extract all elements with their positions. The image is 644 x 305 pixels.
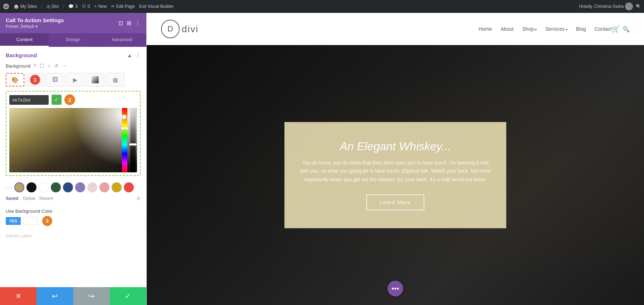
swatch-more-dots[interactable]: ⋯ bbox=[6, 184, 12, 191]
color-hex-input[interactable] bbox=[9, 95, 49, 105]
nav-shop[interactable]: Shop bbox=[522, 26, 537, 32]
divi-link[interactable]: ◎ Divi bbox=[47, 4, 59, 9]
preset-chevron-icon: ▾ bbox=[35, 24, 38, 29]
swatch-tab-saved[interactable]: Saved bbox=[6, 196, 18, 201]
exit-builder-link[interactable]: Exit Visual Builder bbox=[139, 4, 174, 9]
swatch-row: ⋯ bbox=[0, 180, 146, 195]
swatch-tab-global[interactable]: Global bbox=[23, 196, 35, 201]
hue-slider-thumb bbox=[121, 127, 128, 129]
swatch-purple[interactable] bbox=[75, 182, 85, 192]
swatch-white[interactable] bbox=[39, 182, 49, 192]
color-picker-area: ✓ 2 bbox=[6, 91, 141, 176]
bg-undo-icon[interactable]: ↺ bbox=[54, 63, 58, 69]
wp-logo-link[interactable]: W bbox=[3, 3, 9, 10]
my-sites-link[interactable]: 🏠 My Sites bbox=[14, 4, 37, 9]
background-section-header: Background ▲ ⋮ bbox=[0, 47, 146, 62]
swatch-golden[interactable] bbox=[14, 182, 24, 192]
edit-page-link[interactable]: ✏ Edit Page bbox=[111, 4, 135, 9]
bg-type-pattern-btn[interactable]: ▦ bbox=[106, 73, 125, 87]
bg-help-icon[interactable]: ? bbox=[33, 63, 36, 69]
use-background-color-section: Use Background Color YES 3 bbox=[0, 205, 146, 230]
swatch-gold[interactable] bbox=[112, 182, 122, 192]
user-link[interactable]: Howdy, Christina Gwira bbox=[579, 3, 633, 10]
swatch-blue[interactable] bbox=[63, 182, 73, 192]
panel-preset[interactable]: Preset: Default ▾ bbox=[6, 24, 64, 29]
section-more-icon[interactable]: ⋮ bbox=[135, 52, 141, 59]
badge-1: 1 bbox=[30, 75, 40, 85]
comment-count-link[interactable]: 🗨 0 bbox=[82, 4, 90, 9]
yes-toggle-row: YES 3 bbox=[6, 216, 141, 226]
swatch-pink-light[interactable] bbox=[87, 182, 97, 192]
color-input-row: ✓ 2 bbox=[9, 94, 137, 105]
cta-learn-more-button[interactable]: Learn More bbox=[366, 194, 425, 210]
cta-body-text: You do know, you do know that they don't… bbox=[299, 159, 492, 184]
background-label-row: Background ? ☐ ↕ ↺ ⋯ bbox=[0, 62, 146, 72]
gradient-canvas[interactable] bbox=[9, 108, 137, 172]
site-logo: D divi bbox=[161, 20, 199, 38]
nav-services[interactable]: Services bbox=[545, 26, 567, 32]
undo-button[interactable]: ↩ bbox=[36, 287, 73, 305]
wp-icon: W bbox=[3, 3, 9, 10]
bottom-action-bar: ✕ ↩ ↪ ✓ bbox=[0, 287, 146, 305]
gradient-canvas-container[interactable] bbox=[9, 108, 137, 172]
yes-button[interactable]: YES bbox=[6, 217, 21, 225]
swatch-tabs: Saved Global Recent ⚙ bbox=[0, 195, 146, 203]
nav-blog[interactable]: Blog bbox=[576, 26, 586, 32]
video-icon: ▶ bbox=[73, 77, 77, 83]
swatch-tab-recent[interactable]: Recent bbox=[39, 196, 53, 201]
nav-home[interactable]: Home bbox=[479, 26, 492, 32]
nav-contact[interactable]: Contact bbox=[595, 26, 612, 32]
swatch-settings-icon[interactable]: ⚙ bbox=[136, 196, 141, 201]
swatch-pink[interactable] bbox=[99, 182, 109, 192]
cancel-button[interactable]: ✕ bbox=[0, 287, 36, 305]
svg-text:W: W bbox=[5, 5, 8, 9]
hero-area: An Elegant Whiskey... You do know, you d… bbox=[147, 45, 644, 305]
swatch-green[interactable] bbox=[51, 182, 61, 192]
panel-body: Background ▲ ⋮ Background ? ☐ ↕ ↺ ⋯ bbox=[0, 47, 146, 287]
bg-options-icon[interactable]: ⋯ bbox=[62, 63, 67, 69]
tab-content[interactable]: Content bbox=[0, 33, 49, 47]
opacity-slider-thumb bbox=[129, 143, 137, 146]
floating-dots-button[interactable]: ••• bbox=[387, 281, 403, 296]
badge-2: 2 bbox=[64, 94, 75, 105]
redo-button[interactable]: ↪ bbox=[73, 287, 110, 305]
color-confirm-button[interactable]: ✓ bbox=[52, 95, 62, 105]
search-icon[interactable]: 🔍 bbox=[623, 26, 630, 33]
nav-links: Home About Shop Services Blog Contact bbox=[479, 26, 612, 32]
bg-label: Background bbox=[6, 63, 30, 69]
section-collapse-icon[interactable]: ▲ bbox=[127, 53, 132, 58]
toggle-box[interactable] bbox=[24, 217, 38, 225]
bg-type-gradient-btn[interactable] bbox=[86, 73, 104, 87]
bg-type-video-btn[interactable]: ▶ bbox=[66, 73, 84, 87]
logo-text: divi bbox=[182, 24, 199, 35]
panel-tabs: Content Design Advanced bbox=[0, 33, 146, 47]
section-title: Background bbox=[6, 52, 37, 58]
admin-search-link[interactable]: 🔍 bbox=[636, 4, 641, 9]
opacity-slider-track[interactable] bbox=[130, 108, 136, 172]
site-preview: D divi Home About Shop Services Blog Con… bbox=[147, 13, 644, 305]
cart-icon[interactable]: 🛒 bbox=[612, 25, 620, 33]
tab-advanced[interactable]: Advanced bbox=[98, 33, 146, 47]
bg-mobile-icon[interactable]: ☐ bbox=[40, 63, 44, 69]
bg-type-row: 🎨 1 🖼 ▶ ▦ bbox=[0, 72, 146, 91]
bg-type-color-btn[interactable]: 🎨 bbox=[6, 73, 24, 87]
swatch-black[interactable] bbox=[26, 182, 36, 192]
new-link[interactable]: + New bbox=[94, 4, 107, 9]
nav-about[interactable]: About bbox=[501, 26, 514, 32]
bg-type-image-btn[interactable]: 🖼 bbox=[46, 73, 64, 87]
panel-more-icon[interactable]: ⋮ bbox=[135, 20, 141, 26]
tab-design[interactable]: Design bbox=[49, 33, 97, 47]
swatch-red[interactable] bbox=[124, 182, 134, 192]
bg-type-badge1-btn[interactable]: 1 bbox=[26, 73, 44, 87]
cta-heading: An Elegant Whiskey... bbox=[299, 140, 492, 153]
pattern-icon: ▦ bbox=[113, 77, 118, 83]
panel-layout-icon[interactable]: ⊞ bbox=[127, 20, 131, 26]
save-button[interactable]: ✓ bbox=[110, 287, 146, 305]
panel-viewport-icon[interactable]: ⊡ bbox=[118, 20, 123, 26]
panel-title: Call To Action Settings bbox=[6, 17, 64, 23]
house-icon: 🏠 bbox=[14, 4, 19, 9]
comment-icon: 💬 bbox=[68, 4, 74, 9]
panel-header: Call To Action Settings Preset: Default … bbox=[0, 13, 146, 33]
bg-arrow-icon[interactable]: ↕ bbox=[48, 63, 50, 69]
comments-link[interactable]: 💬 3 bbox=[68, 4, 78, 9]
